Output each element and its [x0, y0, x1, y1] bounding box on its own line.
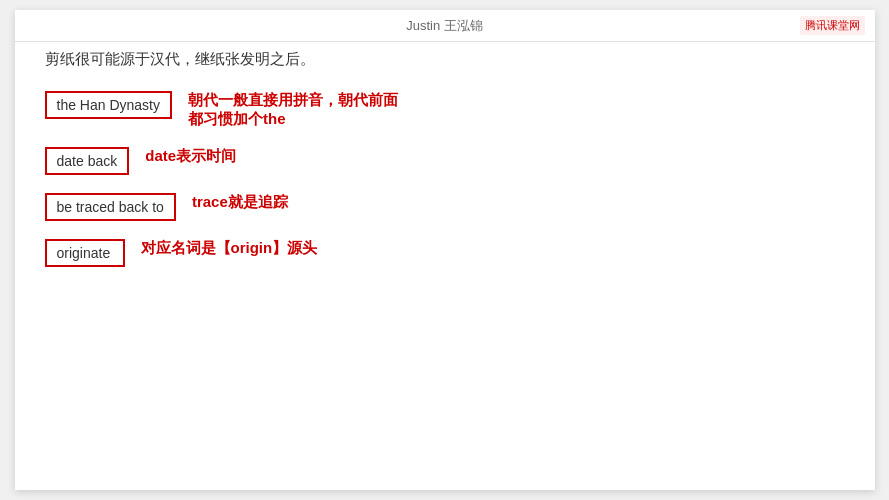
vocab-row-date-back: date back date表示时间: [45, 147, 845, 175]
top-bar: Justin 王泓锦: [15, 10, 875, 42]
outer-container: 腾讯课堂网 Justin 王泓锦 剪纸很可能源于汉代，继纸张发明之后。 the …: [0, 0, 889, 500]
content-area: 剪纸很可能源于汉代，继纸张发明之后。 the Han Dynasty 朝代一般直…: [45, 50, 845, 470]
term-originate: originate: [45, 239, 125, 267]
note-traced-back: trace就是追踪: [192, 193, 288, 212]
note-han-dynasty-line1: 朝代一般直接用拼音，朝代前面: [188, 91, 398, 110]
term-han-dynasty: the Han Dynasty: [45, 91, 173, 119]
note-date-back: date表示时间: [145, 147, 236, 166]
note-han-dynasty-line2: 都习惯加个the: [188, 110, 398, 129]
intro-text: 剪纸很可能源于汉代，继纸张发明之后。: [45, 50, 845, 69]
note-originate: 对应名词是【origin】源头: [141, 239, 318, 258]
vocab-row-han-dynasty: the Han Dynasty 朝代一般直接用拼音，朝代前面 都习惯加个the: [45, 91, 845, 129]
author-name: Justin 王泓锦: [406, 17, 483, 35]
vocab-row-traced-back: be traced back to trace就是追踪: [45, 193, 845, 221]
term-date-back: date back: [45, 147, 130, 175]
vocab-section: the Han Dynasty 朝代一般直接用拼音，朝代前面 都习惯加个the …: [45, 91, 845, 267]
slide: 腾讯课堂网 Justin 王泓锦 剪纸很可能源于汉代，继纸张发明之后。 the …: [15, 10, 875, 490]
term-traced-back: be traced back to: [45, 193, 176, 221]
vocab-row-originate: originate 对应名词是【origin】源头: [45, 239, 845, 267]
